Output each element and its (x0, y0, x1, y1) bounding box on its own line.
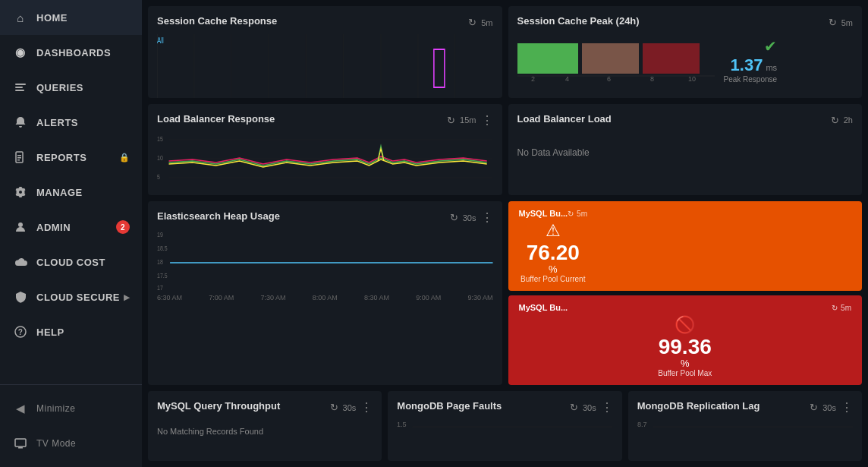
tile-left: MySQL Bu... ↻ 5m ⚠ 76.20 % Buffer Pool C… (519, 209, 588, 283)
sidebar-item-help[interactable]: ? HELP (0, 314, 142, 349)
tile-refresh: ↻ 5m (568, 210, 587, 218)
error-icon: 🚫 (519, 315, 852, 335)
mysql-buffer-max-tile[interactable]: MySQL Bu... ↻ 5m 🚫 99.36 % Buffer Pool M… (508, 295, 863, 385)
sidebar-item-cloud-cost[interactable]: CLOUD COST (0, 245, 142, 279)
warning-icon: ⚠ (519, 221, 588, 241)
sidebar-item-queries[interactable]: QUERIES (0, 70, 142, 105)
sidebar-tv-mode[interactable]: TV Mode (0, 426, 142, 461)
panel-controls: ↻ 30s ⋮ (810, 400, 853, 415)
tile-top-row: MySQL Bu... ↻ 5m (519, 303, 852, 312)
svg-rect-11 (18, 447, 23, 449)
svg-text:18.5: 18.5 (157, 245, 168, 252)
refresh-icon[interactable]: ↻ (450, 212, 458, 223)
panel-title: Load Balancer Response (157, 113, 275, 125)
more-icon[interactable]: ⋮ (360, 400, 373, 415)
panel-controls: ↻ 2h (831, 115, 853, 126)
sidebar-label-home: HOME (36, 12, 68, 24)
panel-title: Session Cache Peak (24h) (517, 15, 640, 27)
svg-text:19: 19 (157, 231, 163, 238)
tile-refresh-icon[interactable]: ↻ (832, 304, 838, 312)
svg-text:?: ? (18, 328, 24, 336)
mongodb-chart-area: 1.5 (397, 419, 612, 452)
svg-text:5: 5 (157, 173, 160, 181)
refresh-icon[interactable]: ↻ (570, 402, 578, 413)
more-icon[interactable]: ⋮ (481, 210, 493, 225)
refresh-icon[interactable]: ↻ (330, 402, 338, 413)
session-cache-response-panel: Session Cache Response ↻ 5m (148, 6, 502, 98)
mysql-query-throughput-panel: MySQL Query Throughput ↻ 30s ⋮ No Matchi… (148, 391, 382, 461)
more-icon[interactable]: ⋮ (481, 113, 493, 128)
minimize-icon: ◀ (12, 400, 29, 417)
panel-header: Elasticsearch Heap Usage ↻ 30s ⋮ (157, 210, 493, 225)
svg-rect-22 (434, 49, 445, 87)
panel-header: Session Cache Peak (24h) ↻ 5m (517, 15, 854, 30)
panel-controls: ↻ 15m ⋮ (447, 113, 492, 128)
svg-text:17: 17 (157, 284, 163, 290)
panel-title: Session Cache Response (157, 15, 277, 27)
panel-title: Load Balancer Load (517, 113, 612, 125)
svg-rect-5 (17, 157, 21, 159)
sidebar-item-home[interactable]: ⌂ HOME (0, 0, 142, 35)
tile-value: 99.36 (519, 336, 852, 358)
sidebar-label-cloud-secure: CLOUD SECURE (36, 292, 120, 303)
svg-text:10: 10 (688, 75, 696, 81)
svg-rect-2 (15, 90, 24, 91)
sidebar-label-alerts: ALERTS (36, 117, 78, 128)
alerts-icon (12, 114, 29, 131)
sidebar-item-cloud-secure[interactable]: CLOUD SECURE ▶ (0, 279, 142, 314)
refresh-icon[interactable]: ↻ (468, 17, 476, 28)
sidebar-item-alerts[interactable]: ALERTS (0, 105, 142, 140)
sidebar-item-dashboards[interactable]: ◉ DASHBOARDS (0, 35, 142, 70)
lb-response-chart: 15 10 5 (157, 132, 493, 193)
panel-header: Load Balancer Load ↻ 2h (517, 113, 854, 128)
session-cache-chart: All (157, 34, 493, 98)
check-circle-icon: ✔ (764, 37, 777, 55)
sidebar-label-queries: QUERIES (36, 82, 83, 93)
svg-text:8: 8 (650, 75, 654, 81)
panel-title: MySQL Query Throughput (157, 400, 280, 412)
tile-label: Buffer Pool Max (519, 369, 852, 377)
sidebar-minimize[interactable]: ◀ Minimize (0, 391, 142, 426)
mysql-buffer-current-tile[interactable]: MySQL Bu... ↻ 5m ⚠ 76.20 % Buffer Pool C… (508, 201, 863, 291)
refresh-interval: 30s (822, 403, 836, 412)
tile-refresh-icon[interactable]: ↻ (568, 210, 574, 218)
svg-rect-24 (517, 43, 578, 74)
sidebar-item-reports[interactable]: REPORTS 🔒 (0, 140, 142, 175)
refresh-icon[interactable]: ↻ (447, 115, 455, 126)
queries-icon (12, 79, 29, 96)
more-icon[interactable]: ⋮ (841, 400, 853, 415)
sidebar-label-help: HELP (36, 327, 64, 338)
refresh-icon[interactable]: ↻ (831, 115, 839, 126)
panel-header: MySQL Query Throughput ↻ 30s ⋮ (157, 400, 373, 415)
svg-text:1.5: 1.5 (397, 421, 407, 428)
svg-rect-10 (15, 439, 26, 446)
tile-content: ⚠ 76.20 % Buffer Pool Current (519, 221, 588, 283)
more-icon[interactable]: ⋮ (601, 400, 613, 415)
refresh-interval: 2h (844, 115, 853, 125)
sidebar-label-cloud-cost: CLOUD COST (36, 257, 105, 268)
refresh-interval: 5m (481, 18, 492, 27)
tile-value: 76.20 (519, 242, 588, 263)
svg-text:8.7: 8.7 (637, 421, 647, 428)
refresh-interval: 30s (463, 213, 476, 222)
mongodb-faults-chart: 1.5 (397, 419, 612, 450)
sidebar-item-manage[interactable]: MANAGE (0, 175, 142, 210)
tile-title: MySQL Bu... (519, 209, 568, 218)
help-icon: ? (12, 323, 29, 340)
sidebar-label-minimize: Minimize (36, 403, 75, 414)
panel-controls: ↻ 5m (829, 17, 853, 28)
sidebar-item-admin[interactable]: ADMIN 2 (0, 210, 142, 245)
tv-icon (12, 435, 29, 452)
svg-rect-1 (15, 87, 23, 88)
refresh-icon[interactable]: ↻ (829, 17, 837, 28)
tile-top-row: MySQL Bu... ↻ 5m (519, 209, 588, 218)
no-data-label: No Data Available (517, 132, 854, 173)
panel-title: MongoDB Replication Lag (637, 400, 760, 412)
refresh-icon[interactable]: ↻ (810, 402, 818, 413)
svg-text:4: 4 (565, 75, 569, 81)
refresh-interval: 5m (841, 18, 853, 27)
peak-unit: ms (766, 63, 777, 72)
panel-controls: ↻ 30s ⋮ (330, 400, 373, 415)
peak-value-container: ✔ 1.37 ms Peak Response (724, 37, 778, 84)
panel-header: Load Balancer Response ↻ 15m ⋮ (157, 113, 493, 128)
